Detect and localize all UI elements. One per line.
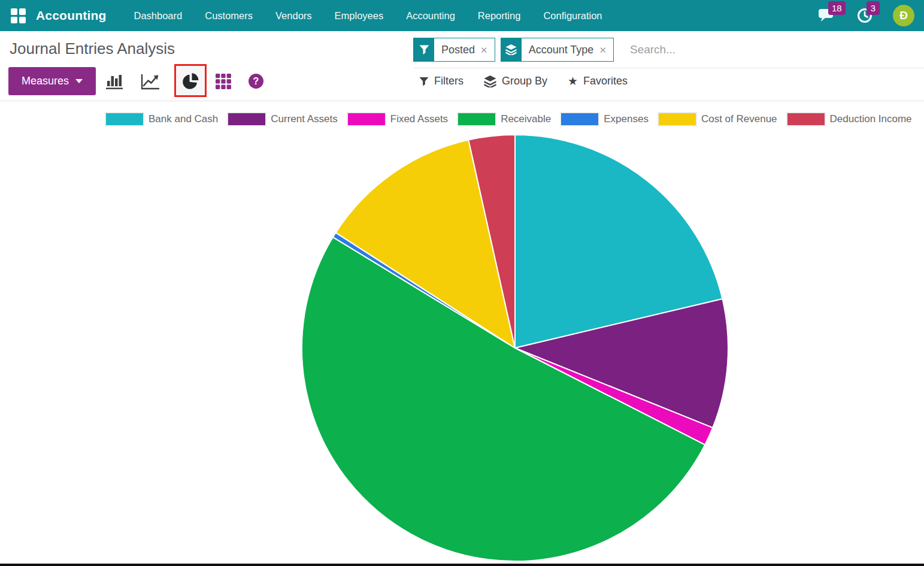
line-chart-icon (140, 72, 160, 90)
bottom-edge-bar (0, 564, 924, 566)
group-by-button[interactable]: Group By (484, 75, 547, 87)
page-title: Journal Entries Analysis (10, 40, 175, 58)
legend-label: Cost of Revenue (701, 113, 777, 125)
nav-item-dashboard[interactable]: Dashboard (134, 10, 183, 22)
measures-label: Measures (22, 75, 69, 87)
nav-item-accounting[interactable]: Accounting (406, 10, 455, 22)
search-bar: Posted ✕ Account Type ✕ Search... (413, 38, 675, 62)
toolbar-divider (0, 101, 924, 101)
legend-item-expenses[interactable]: Expenses (560, 112, 649, 126)
favorites-button[interactable]: ★ Favorites (568, 75, 628, 87)
activities-button[interactable]: 3 (855, 5, 875, 26)
favorites-label: Favorites (583, 75, 628, 87)
legend-swatch (786, 112, 826, 126)
view-switcher: ? (105, 67, 263, 95)
legend-label: Receivable (501, 113, 551, 125)
user-avatar[interactable]: Đ (893, 5, 914, 26)
help-icon: ? (249, 74, 263, 89)
group-by-label: Group By (502, 75, 547, 87)
filters-button[interactable]: Filters (419, 75, 463, 87)
messages-button[interactable]: 18 (816, 5, 837, 26)
legend-label: Fixed Assets (390, 113, 448, 125)
legend-item-deduction-income[interactable]: Deduction Income (786, 112, 912, 126)
legend-swatch (347, 112, 386, 126)
line-chart-view-button[interactable] (140, 72, 160, 90)
facet-close-icon[interactable]: ✕ (599, 46, 607, 55)
nav-item-configuration[interactable]: Configuration (543, 10, 602, 22)
legend-swatch (658, 112, 697, 126)
legend-swatch (105, 112, 144, 126)
filter-icon (419, 77, 429, 86)
star-icon: ★ (568, 75, 578, 87)
pie-chart (299, 132, 731, 564)
nav-item-reporting[interactable]: Reporting (478, 10, 521, 22)
pie-chart-highlight-box (174, 64, 207, 97)
search-input[interactable]: Search... (630, 43, 675, 56)
measures-button[interactable]: Measures (8, 67, 96, 95)
pivot-view-button[interactable] (215, 73, 232, 90)
facet-posted[interactable]: Posted ✕ (413, 38, 495, 62)
pivot-table-icon (215, 73, 232, 90)
main-nav: DashboardCustomersVendorsEmployeesAccoun… (134, 10, 602, 22)
nav-item-customers[interactable]: Customers (205, 10, 253, 22)
nav-item-vendors[interactable]: Vendors (275, 10, 312, 22)
top-navbar: Accounting DashboardCustomersVendorsEmpl… (0, 0, 924, 31)
chevron-down-icon (75, 79, 83, 83)
facet-account-type[interactable]: Account Type ✕ (501, 38, 614, 62)
bar-chart-view-button[interactable] (105, 72, 123, 90)
topbar-right: 18 3 Đ (816, 5, 914, 26)
app-name[interactable]: Accounting (36, 8, 107, 23)
activities-badge: 3 (867, 1, 880, 15)
bar-chart-icon (105, 72, 123, 90)
help-button[interactable]: ? (249, 74, 263, 89)
legend-label: Bank and Cash (149, 113, 218, 125)
legend-swatch (227, 112, 266, 126)
legend-label: Current Assets (271, 113, 338, 125)
legend-item-receivable[interactable]: Receivable (457, 112, 551, 126)
legend-item-cost-of-revenue[interactable]: Cost of Revenue (658, 112, 777, 126)
apps-menu-icon[interactable] (11, 8, 26, 23)
pie-chart-icon (181, 71, 200, 90)
legend-swatch (457, 112, 496, 126)
legend-label: Deduction Income (830, 113, 912, 125)
layers-icon (501, 38, 522, 61)
nav-item-employees[interactable]: Employees (335, 10, 384, 22)
facet-close-icon[interactable]: ✕ (480, 46, 488, 55)
facet-label: Posted (441, 44, 475, 56)
legend-item-fixed-assets[interactable]: Fixed Assets (347, 112, 448, 126)
search-options: Filters Group By ★ Favorites (419, 67, 628, 95)
pie-chart-view-button[interactable] (181, 71, 200, 90)
messages-badge: 18 (828, 1, 846, 15)
layers-icon (484, 75, 496, 87)
legend-item-current-assets[interactable]: Current Assets (227, 112, 338, 126)
facet-label: Account Type (529, 44, 594, 56)
filter-icon (414, 38, 434, 61)
legend-label: Expenses (604, 113, 649, 125)
legend-swatch (560, 112, 599, 126)
legend-item-bank-and-cash[interactable]: Bank and Cash (105, 112, 218, 126)
filters-label: Filters (434, 75, 463, 87)
chart-legend: Bank and CashCurrent AssetsFixed AssetsR… (105, 110, 924, 128)
